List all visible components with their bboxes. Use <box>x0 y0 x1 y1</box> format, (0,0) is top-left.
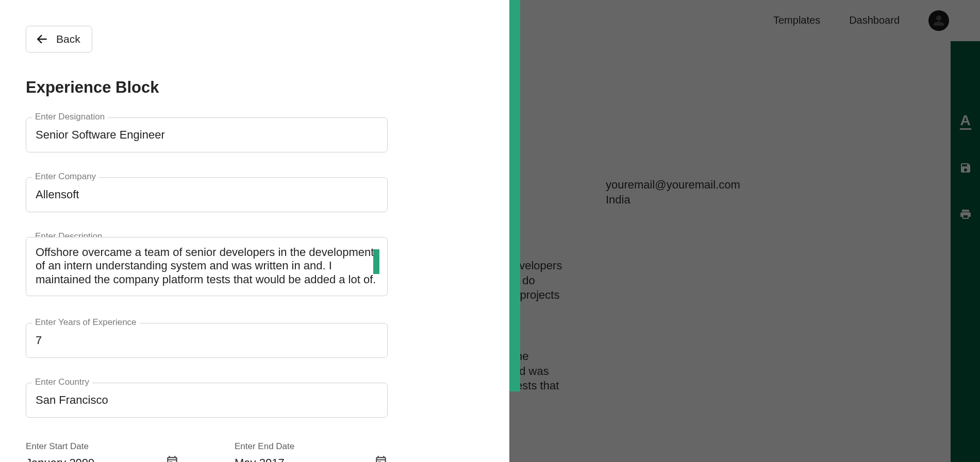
back-button[interactable]: Back <box>26 26 92 53</box>
side-drawer: Back Experience Block Enter Designation … <box>0 0 520 462</box>
drawer-content: Back Experience Block Enter Designation … <box>0 0 509 462</box>
arrow-left-icon <box>36 32 49 46</box>
country-input[interactable] <box>26 383 388 418</box>
dates-row: Enter Start Date January 2009 Enter End … <box>26 441 388 462</box>
years-label: Enter Years of Experience <box>32 317 140 328</box>
years-field: Enter Years of Experience <box>26 323 388 358</box>
drawer-accent-bar <box>509 0 520 391</box>
page-title: Experience Block <box>26 78 388 97</box>
description-input[interactable] <box>26 237 388 296</box>
years-input[interactable] <box>26 323 388 358</box>
company-label: Enter Company <box>32 172 99 182</box>
start-date-field: Enter Start Date January 2009 <box>26 441 179 462</box>
end-date-field: Enter End Date May 2017 <box>235 441 388 462</box>
back-label: Back <box>56 33 80 45</box>
company-field: Enter Company <box>26 177 388 212</box>
country-field: Enter Country <box>26 383 388 418</box>
designation-field: Enter Designation <box>26 117 388 152</box>
company-input[interactable] <box>26 177 388 212</box>
end-date-label: Enter End Date <box>235 441 388 452</box>
description-scroll-handle[interactable] <box>373 249 379 274</box>
designation-label: Enter Designation <box>32 112 108 122</box>
calendar-icon[interactable] <box>165 455 179 462</box>
description-field: Enter Description <box>26 237 388 298</box>
country-label: Enter Country <box>32 377 92 387</box>
end-date-value[interactable]: May 2017 <box>235 456 285 462</box>
designation-input[interactable] <box>26 117 388 152</box>
start-date-value[interactable]: January 2009 <box>26 456 94 462</box>
start-date-label: Enter Start Date <box>26 441 179 452</box>
calendar-icon[interactable] <box>374 455 388 462</box>
